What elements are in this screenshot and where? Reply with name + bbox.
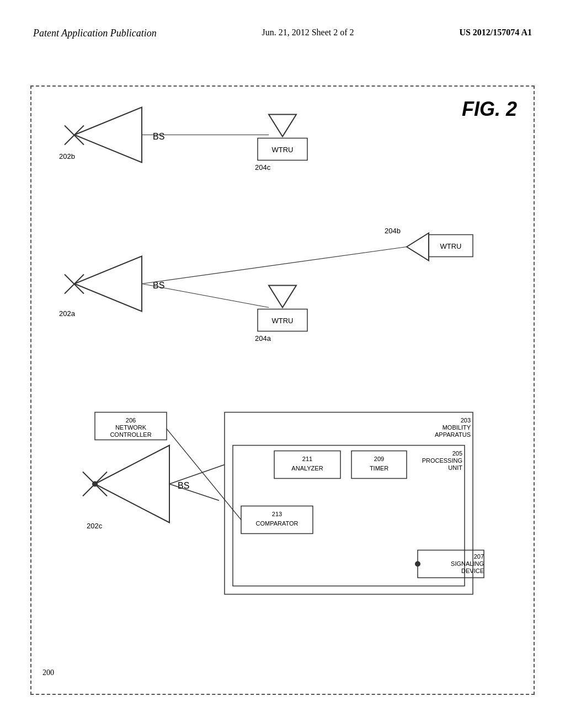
svg-marker-5	[74, 256, 142, 312]
svg-rect-19	[225, 413, 473, 595]
svg-line-35	[169, 465, 225, 484]
svg-marker-9	[95, 446, 169, 523]
svg-text:DEVICE: DEVICE	[461, 568, 484, 574]
diagram-container: FIG. 2 200 BS 202b BS 202a BS	[30, 85, 535, 695]
svg-line-39	[142, 284, 269, 308]
svg-line-36	[169, 484, 219, 501]
svg-line-37	[167, 429, 241, 520]
diagram-svg: BS 202b BS 202a BS 202c WTRU 204c	[31, 87, 534, 694]
svg-marker-14	[407, 233, 429, 261]
svg-marker-12	[269, 286, 296, 308]
svg-text:ANALYZER: ANALYZER	[291, 465, 323, 472]
label-204a: 204a	[255, 334, 271, 342]
wtru-204a-label: WTRU	[272, 317, 294, 325]
nc-206-id: 206	[126, 417, 136, 424]
svg-marker-2	[74, 108, 142, 163]
processing-205-id: 205	[452, 450, 462, 457]
mobility-203-id: 203	[461, 417, 471, 424]
label-204c: 204c	[255, 163, 271, 172]
label-204b: 204b	[385, 227, 401, 235]
svg-text:PROCESSING: PROCESSING	[422, 457, 462, 464]
svg-text:APPARATUS: APPARATUS	[435, 431, 471, 438]
patent-number: US 2012/157074 A1	[459, 28, 532, 38]
svg-text:NETWORK: NETWORK	[115, 424, 147, 431]
svg-text:COMPARATOR: COMPARATOR	[255, 520, 298, 527]
date-sheet-info: Jun. 21, 2012 Sheet 2 of 2	[262, 28, 354, 38]
label-202b: 202b	[59, 152, 75, 160]
svg-text:UNIT: UNIT	[448, 464, 462, 471]
svg-marker-10	[269, 115, 296, 137]
svg-text:CONTROLLER: CONTROLLER	[110, 431, 151, 438]
publication-type: Patent Application Publication	[33, 28, 157, 39]
label-202c: 202c	[87, 522, 103, 530]
svg-text:SIGNALING: SIGNALING	[451, 560, 484, 567]
wtru-204c-label: WTRU	[272, 146, 294, 154]
analyzer-211-id: 211	[302, 456, 312, 462]
wtru-204b-label: WTRU	[440, 242, 462, 250]
svg-line-40	[142, 247, 407, 284]
signaling-207-id: 207	[474, 553, 484, 560]
svg-point-32	[415, 561, 420, 567]
svg-text:TIMER: TIMER	[370, 465, 388, 472]
label-202a: 202a	[59, 309, 76, 318]
timer-209-id: 209	[374, 456, 384, 462]
page-header: Patent Application Publication Jun. 21, …	[33, 28, 532, 39]
bs-202b-label: BS	[153, 132, 164, 141]
svg-text:MOBILITY: MOBILITY	[443, 424, 471, 431]
comparator-213-id: 213	[272, 511, 282, 517]
svg-rect-22	[233, 446, 465, 586]
